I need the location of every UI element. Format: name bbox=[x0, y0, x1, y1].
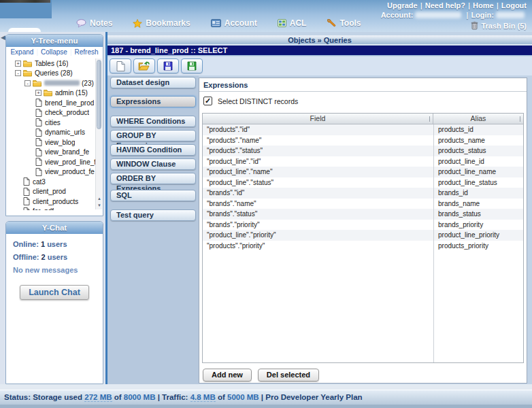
tree-collapse-link[interactable]: Collapse bbox=[41, 48, 67, 56]
scroll-down-icon[interactable]: ▼ bbox=[96, 202, 103, 209]
need-help-link[interactable]: Need help? bbox=[425, 1, 465, 10]
file-icon bbox=[23, 188, 30, 196]
table-row[interactable]: "products"."name"products_name bbox=[203, 135, 523, 146]
traffic-total: 5000 MB bbox=[227, 393, 259, 401]
table-row[interactable]: "product_line"."priority"product_line_pr… bbox=[203, 230, 523, 241]
table-row[interactable]: "brands"."priority"brands_priority bbox=[203, 220, 523, 231]
table-row[interactable]: "product_line"."id"product_line_id bbox=[203, 156, 523, 167]
wrench-icon bbox=[327, 19, 336, 28]
open-file-button[interactable] bbox=[133, 58, 155, 73]
tree-item-query[interactable]: client_products bbox=[6, 197, 103, 207]
nav-dataset-design-button[interactable]: Dataset design bbox=[110, 77, 196, 88]
nav-acl-label: ACL bbox=[290, 18, 307, 28]
new-document-button[interactable] bbox=[110, 58, 131, 73]
tree-refresh-link[interactable]: Refresh bbox=[75, 48, 99, 56]
tree-item-admin[interactable]: + admin (15) bbox=[6, 88, 103, 99]
nav-account[interactable]: Account bbox=[211, 18, 257, 28]
file-icon bbox=[35, 118, 42, 126]
scroll-up-icon[interactable]: ▲ bbox=[96, 195, 103, 202]
save-blue-icon bbox=[163, 61, 173, 71]
file-icon bbox=[35, 129, 42, 137]
nav-notes[interactable]: Notes bbox=[76, 18, 112, 28]
table-row[interactable]: "products"."priority"products_priority bbox=[203, 241, 523, 252]
home-link[interactable]: Home bbox=[473, 1, 494, 10]
tree-item-query[interactable]: dynamic_urls bbox=[6, 128, 103, 138]
traffic-label: Traffic: bbox=[162, 393, 188, 401]
account-label: Account: bbox=[381, 11, 414, 19]
tree-item-query[interactable]: view_prod_line_fe bbox=[6, 157, 103, 167]
column-header-field[interactable]: Field bbox=[203, 114, 433, 124]
tree-item-query[interactable]: brend_line_prod bbox=[6, 98, 103, 108]
folder-icon bbox=[33, 80, 41, 87]
expressions-panel: Expressions ✓ Select DISTINCT records Fi… bbox=[199, 78, 527, 384]
tree-item-query[interactable]: check_product bbox=[6, 108, 103, 118]
nav-order-by-button[interactable]: ORDER BY Expressions bbox=[110, 173, 196, 184]
nav-tools[interactable]: Tools bbox=[327, 18, 361, 28]
table-row[interactable]: "product_line"."status"product_line_stat… bbox=[203, 177, 523, 188]
save-button[interactable] bbox=[157, 58, 179, 73]
nav-notes-label: Notes bbox=[90, 18, 112, 28]
file-icon bbox=[35, 109, 42, 117]
nav-bookmarks[interactable]: Bookmarks bbox=[133, 18, 190, 28]
tree-item-query[interactable]: cat3 bbox=[6, 177, 103, 187]
tree-scrollbar-thumb[interactable] bbox=[97, 60, 101, 129]
tree-scrollbar[interactable]: ▲ ▼ bbox=[95, 58, 102, 209]
tree-item-query[interactable]: client_prod bbox=[6, 187, 103, 197]
storage-used-link[interactable]: 272 MB bbox=[84, 393, 112, 402]
tree-item-query[interactable]: view_blog bbox=[6, 137, 103, 148]
nav-sql-button[interactable]: SQL bbox=[110, 190, 196, 201]
nav-test-query-button[interactable]: Test query bbox=[110, 209, 196, 221]
new-document-icon bbox=[116, 61, 125, 71]
nav-window-clause-button[interactable]: WINDOW Clause bbox=[110, 158, 196, 170]
tree-item-queries[interactable]: - Queries (28) bbox=[6, 69, 103, 79]
tree-item-query[interactable]: view_product_fe bbox=[6, 167, 103, 177]
sidebar-collapse-arrow-icon[interactable]: ◀ bbox=[1, 34, 5, 41]
tree-item-tables[interactable]: + Tables (16) bbox=[6, 58, 103, 69]
distinct-label: Select DISTINCT records bbox=[218, 97, 298, 105]
logout-link[interactable]: Logout bbox=[501, 1, 527, 10]
traffic-used-link[interactable]: 4.8 MB bbox=[190, 393, 216, 402]
tree-item-query[interactable]: view_brand_fe bbox=[6, 148, 103, 158]
nav-having-condition-button[interactable]: HAVING Condition bbox=[110, 144, 196, 156]
status-bar: Status: Storage used 272 MB of 8000 MB |… bbox=[0, 390, 532, 405]
expander-plus-icon[interactable]: + bbox=[15, 61, 21, 67]
tree-expand-link[interactable]: Expand bbox=[10, 48, 33, 56]
file-icon bbox=[23, 177, 30, 186]
tree-item-query[interactable]: cities bbox=[6, 118, 103, 128]
toolbar bbox=[107, 56, 532, 75]
upgrade-link[interactable]: Upgrade bbox=[387, 1, 418, 10]
table-header: Field Alias bbox=[203, 114, 523, 124]
del-selected-button[interactable]: Del selected bbox=[258, 369, 319, 381]
trash-bin[interactable]: Trash Bin (5) bbox=[471, 21, 527, 30]
table-row[interactable]: "product_line"."name"product_line_name bbox=[203, 167, 523, 177]
expander-minus-icon[interactable]: - bbox=[15, 70, 21, 76]
table-row[interactable]: "brands"."name"brands_name bbox=[203, 199, 523, 209]
speech-bubble-icon bbox=[76, 19, 86, 28]
expander-minus-icon[interactable]: - bbox=[24, 80, 31, 86]
save-as-button[interactable] bbox=[181, 58, 203, 73]
table-row[interactable]: "brands"."id"brands_id bbox=[203, 188, 523, 199]
add-new-button[interactable]: Add new bbox=[203, 369, 252, 381]
nav-group-by-button[interactable]: GROUP BY Expressions bbox=[110, 130, 196, 141]
table-row[interactable]: "brands"."status"brands_status bbox=[203, 209, 523, 220]
trash-icon bbox=[471, 21, 478, 30]
chat-online-status: Online: 1 users bbox=[13, 240, 96, 248]
nav-expressions-button[interactable]: Expressions bbox=[110, 96, 196, 107]
tree-item-redacted-folder[interactable]: - (23) bbox=[6, 78, 103, 88]
expander-plus-icon[interactable]: + bbox=[35, 90, 41, 96]
save-green-icon bbox=[187, 61, 197, 71]
table-row[interactable]: "products"."status"products_status bbox=[203, 146, 523, 156]
distinct-option: ✓ Select DISTINCT records bbox=[199, 92, 527, 109]
launch-chat-button[interactable]: Launch Chat bbox=[20, 285, 89, 300]
distinct-checkbox[interactable]: ✓ bbox=[203, 97, 212, 105]
account-value-redacted bbox=[415, 12, 461, 18]
chat-messages-status: No new messages bbox=[13, 266, 96, 274]
open-file-icon bbox=[138, 61, 150, 71]
nav-where-conditions-button[interactable]: WHERE Conditions bbox=[110, 116, 196, 127]
tree-item-query[interactable]: for_pdf bbox=[6, 207, 103, 211]
table-row[interactable]: "products"."id"products_id bbox=[203, 124, 523, 135]
nav-acl[interactable]: ACL bbox=[278, 18, 307, 28]
folder-icon bbox=[23, 60, 32, 67]
column-header-alias[interactable]: Alias bbox=[433, 114, 523, 124]
top-bar: Upgrade|Need help?|Home|Logout Account: … bbox=[0, 0, 532, 32]
